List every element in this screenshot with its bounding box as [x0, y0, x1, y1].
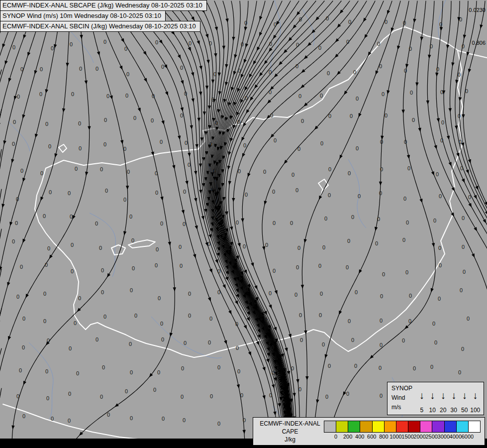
- cin-zero-label: 0: [103, 39, 106, 45]
- cin-zero-label: 0: [403, 20, 406, 26]
- cin-zero-label: 0: [297, 146, 300, 152]
- cape-swatch: [324, 421, 336, 432]
- cin-zero-label: 0: [13, 119, 16, 125]
- cin-zero-label: 0: [459, 139, 462, 145]
- cin-zero-label: 0: [48, 143, 51, 149]
- cin-zero-label: 0: [160, 321, 163, 327]
- cin-zero-label: 0: [460, 165, 463, 171]
- cape-colorbar-label: ECMWF-INDEX-ANAL CAPE J/kg: [256, 420, 324, 444]
- wind-arrow-icon: ↓: [416, 387, 427, 404]
- cape-colorbar-units: J/kg: [256, 436, 324, 444]
- cin-zero-label: 0: [297, 245, 300, 251]
- cin-zero-label: 0: [433, 218, 436, 224]
- cin-zero-label: 0: [104, 117, 107, 123]
- cin-zero-label: 0: [43, 213, 46, 219]
- cin-zero-label: 0: [16, 196, 19, 202]
- cin-zero-label: 0: [346, 264, 349, 270]
- cin-zero-label: 0: [407, 165, 410, 171]
- cape-swatch: [384, 421, 396, 432]
- cin-zero-label: 0: [130, 287, 133, 293]
- cin-zero-label: 0: [184, 91, 187, 97]
- cin-zero-label: 0: [16, 393, 19, 399]
- cin-zero-label: 0: [382, 271, 385, 277]
- cin-zero-label: 0: [465, 88, 468, 94]
- cin-zero-label: 0: [126, 71, 129, 77]
- cin-zero-label: 0: [16, 294, 19, 300]
- cin-zero-label: 0: [153, 387, 156, 393]
- cin-zero-label: 0: [49, 189, 52, 195]
- wind-arrow-icon: ↓: [449, 387, 460, 404]
- wind-legend-scale: ↓↓↓↓↓↓ 510203050100: [416, 384, 481, 414]
- title-line-sbcin: ECMWF-INDEX-ANAL SBCIN (J/kg) Wednesday …: [0, 21, 200, 32]
- cin-zero-label: 0: [409, 293, 412, 299]
- cin-zero-label: 0: [294, 292, 297, 298]
- cin-zero-label: 0: [185, 140, 188, 146]
- cin-zero-label: 0: [274, 21, 277, 27]
- cin-zero-label: 0: [96, 66, 98, 72]
- cin-zero-label: 0: [379, 365, 382, 371]
- cape-swatch: [420, 421, 432, 432]
- cin-zero-label: 0: [380, 393, 383, 399]
- cin-zero-label: 0: [346, 39, 349, 45]
- cin-zero-label: 0: [17, 94, 20, 100]
- cin-zero-label: 0: [439, 262, 442, 268]
- cin-zero-label: 0: [76, 370, 79, 376]
- cin-zero-label: 0: [324, 216, 327, 222]
- cape-tick-label: 400: [355, 434, 364, 440]
- cape-tick-label: 200: [343, 434, 352, 440]
- weather-map-page: 0000000000000000000000000000000000000000…: [0, 0, 487, 448]
- cin-zero-label: 0: [19, 367, 22, 373]
- cin-zero-label: 0: [40, 66, 43, 72]
- corner-value: 0.806: [472, 40, 486, 46]
- cin-zero-label: 0: [380, 293, 383, 299]
- cin-zero-label: 0: [318, 263, 321, 269]
- cin-zero-label: 0: [213, 168, 216, 174]
- cin-zero-label: 0: [217, 289, 220, 295]
- cin-zero-label: 0: [158, 295, 161, 301]
- cin-zero-label: 0: [101, 289, 104, 295]
- cin-zero-label: 0: [346, 391, 349, 397]
- cin-zero-label: 0: [460, 287, 463, 293]
- cin-zero-label: 0: [46, 395, 49, 401]
- cin-zero-label: 0: [123, 197, 126, 203]
- cin-zero-label: 0: [300, 337, 303, 343]
- cin-zero-label: 0: [264, 317, 267, 323]
- cin-zero-label: 0: [385, 112, 388, 118]
- cin-zero-label: 0: [162, 416, 165, 422]
- cin-zero-label: 0: [213, 71, 216, 77]
- wind-arrow-icon: ↓: [470, 387, 481, 404]
- cin-zero-label: 0: [12, 44, 15, 50]
- cin-zero-label: 0: [459, 16, 462, 22]
- cin-zero-label: 0: [295, 187, 298, 193]
- cin-zero-label: 0: [22, 316, 25, 322]
- cin-zero-label: 0: [380, 166, 383, 172]
- cin-zero-label: 0: [272, 189, 275, 195]
- cin-zero-label: 0: [238, 68, 241, 74]
- cin-zero-label: 0: [238, 266, 241, 272]
- cin-zero-label: 0: [243, 417, 246, 423]
- cin-zero-label: 0: [70, 41, 73, 47]
- cin-zero-label: 0: [273, 220, 276, 226]
- cin-zero-label: 0: [188, 162, 191, 168]
- weather-map-svg: 0000000000000000000000000000000000000000…: [0, 0, 487, 448]
- cin-zero-label: 0: [236, 220, 239, 225]
- cin-zero-label: 0: [39, 91, 42, 97]
- cin-zero-label: 0: [385, 19, 388, 25]
- cin-zero-label: 0: [209, 40, 212, 46]
- cin-zero-label: 0: [45, 368, 48, 374]
- cape-tick-label: 0: [334, 434, 337, 440]
- cin-zero-label: 0: [347, 238, 350, 244]
- cin-zero-label: 0: [320, 140, 323, 146]
- cin-zero-label: 0: [22, 344, 25, 350]
- cin-zero-label: 0: [320, 291, 323, 297]
- cin-zero-label: 0: [353, 69, 356, 75]
- cin-zero-label: 0: [269, 392, 272, 398]
- cin-zero-label: 0: [265, 242, 268, 248]
- cin-zero-label: 0: [183, 189, 186, 195]
- cin-zero-label: 0: [328, 113, 331, 119]
- cin-zero-label: 0: [129, 341, 132, 347]
- cin-zero-label: 0: [322, 341, 325, 347]
- cin-zero-label: 0: [43, 291, 46, 297]
- cin-zero-label: 0: [180, 65, 183, 71]
- cin-zero-label: 0: [320, 93, 323, 99]
